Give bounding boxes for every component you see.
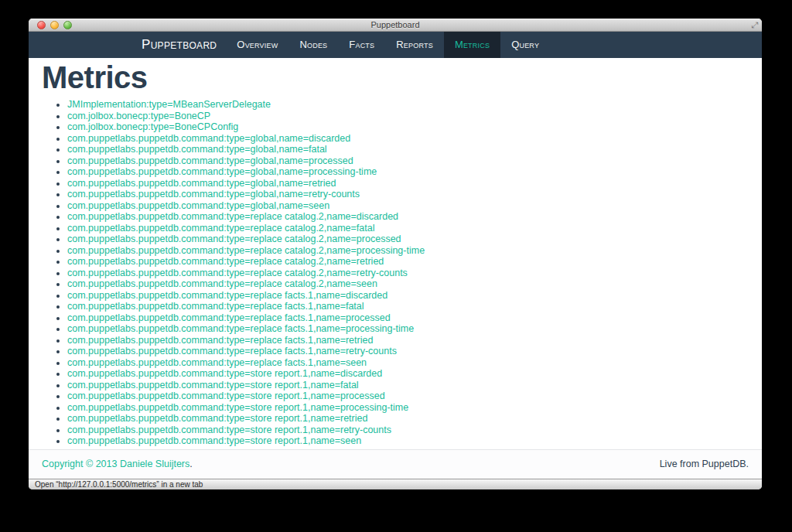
metric-link[interactable]: com.puppetlabs.puppetdb.command:type=glo… (67, 189, 360, 200)
main-navbar: Puppetboard Overview Nodes Facts Reports… (29, 32, 762, 58)
metric-link[interactable]: com.puppetlabs.puppetdb.command:type=sto… (67, 413, 367, 424)
metric-list-item: JMImplementation:type=MBeanServerDelegat… (67, 99, 749, 111)
metric-list-item: com.puppetlabs.puppetdb.command:type=glo… (67, 155, 749, 167)
author-link[interactable]: Daniele Sluijters (120, 459, 189, 469)
metric-link[interactable]: com.puppetlabs.puppetdb.command:type=rep… (67, 323, 414, 334)
metric-link[interactable]: com.puppetlabs.puppetdb.command:type=rep… (67, 268, 408, 278)
metric-link[interactable]: com.puppetlabs.puppetdb.command:type=rep… (67, 278, 377, 289)
metric-list-item: com.puppetlabs.puppetdb.command:type=glo… (67, 144, 749, 155)
metric-link[interactable]: com.puppetlabs.puppetdb.command:type=rep… (67, 245, 425, 256)
metric-list-item: com.puppetlabs.puppetdb.command:type=rep… (67, 256, 749, 268)
metric-list-item: com.puppetlabs.puppetdb.command:type=rep… (67, 335, 749, 346)
metric-link[interactable]: com.puppetlabs.puppetdb.command:type=glo… (67, 178, 336, 189)
window-title: Puppetboard (29, 20, 762, 29)
metric-link[interactable]: com.puppetlabs.puppetdb.command:type=glo… (67, 144, 327, 155)
metric-link[interactable]: com.puppetlabs.puppetdb.command:type=rep… (67, 256, 384, 267)
metric-list-item: com.puppetlabs.puppetdb.command:type=rep… (67, 223, 749, 234)
metric-link[interactable]: com.puppetlabs.puppetdb.command:type=sto… (67, 368, 382, 379)
page-title: Metrics (42, 62, 749, 93)
metrics-page: Metrics JMImplementation:type=MBeanServe… (29, 58, 762, 447)
metric-list-item: com.puppetlabs.puppetdb.command:type=glo… (67, 189, 749, 200)
metric-list-item: com.puppetlabs.puppetdb.command:type=glo… (67, 166, 749, 178)
metric-link[interactable]: com.jolbox.bonecp:type=BoneCP (67, 111, 210, 121)
metric-list-item: com.puppetlabs.puppetdb.command:type=rep… (67, 346, 749, 357)
metric-list-item: com.jolbox.bonecp:type=BoneCPConfig (67, 121, 749, 133)
navbar-brand[interactable]: Puppetboard (142, 32, 226, 58)
traffic-lights (37, 21, 72, 29)
metric-link[interactable]: com.puppetlabs.puppetdb.command:type=rep… (67, 346, 397, 356)
metric-list-item: com.puppetlabs.puppetdb.command:type=rep… (67, 278, 749, 290)
metric-link[interactable]: com.puppetlabs.puppetdb.command:type=rep… (67, 234, 401, 244)
metric-list-item: com.puppetlabs.puppetdb.command:type=rep… (67, 290, 749, 302)
live-from-text: Live from PuppetDB. (660, 459, 749, 469)
metric-list-item: com.puppetlabs.puppetdb.command:type=sto… (67, 402, 749, 414)
metric-list-item: com.puppetlabs.puppetdb.command:type=sto… (67, 390, 749, 402)
footer: Copyright © 2013 Daniele Sluijters. Live… (29, 449, 762, 479)
nav-item-facts[interactable]: Facts (338, 32, 385, 58)
metric-link[interactable]: com.puppetlabs.puppetdb.command:type=sto… (67, 402, 408, 413)
browser-status-bar: Open “http://127.0.0.1:5000/metrics” in … (29, 479, 762, 489)
zoom-button[interactable] (63, 21, 72, 29)
nav-item-reports[interactable]: Reports (385, 32, 444, 58)
metric-link[interactable]: com.puppetlabs.puppetdb.command:type=rep… (67, 312, 391, 323)
resize-icon[interactable]: ⤢ (751, 19, 758, 31)
copyright: Copyright © 2013 Daniele Sluijters. (42, 459, 193, 469)
metric-list-item: com.puppetlabs.puppetdb.command:type=rep… (67, 357, 749, 369)
metric-link[interactable]: com.puppetlabs.puppetdb.command:type=glo… (67, 200, 329, 211)
metric-list-item: com.puppetlabs.puppetdb.command:type=glo… (67, 178, 749, 189)
metric-link[interactable]: com.puppetlabs.puppetdb.command:type=rep… (67, 335, 373, 346)
metric-list-item: com.puppetlabs.puppetdb.command:type=rep… (67, 312, 749, 324)
metric-list-item: com.puppetlabs.puppetdb.command:type=rep… (67, 245, 749, 257)
metric-link[interactable]: JMImplementation:type=MBeanServerDelegat… (67, 99, 271, 110)
metric-link[interactable]: com.puppetlabs.puppetdb.command:type=rep… (67, 290, 387, 301)
metric-link[interactable]: com.jolbox.bonecp:type=BoneCPConfig (67, 121, 238, 132)
metric-list-item: com.puppetlabs.puppetdb.command:type=sto… (67, 380, 749, 391)
metric-list-item: com.puppetlabs.puppetdb.command:type=rep… (67, 268, 749, 279)
app-window: Puppetboard ⤢ Puppetboard Overview Nodes… (29, 19, 762, 489)
metrics-list: JMImplementation:type=MBeanServerDelegat… (42, 99, 749, 447)
metric-list-item: com.puppetlabs.puppetdb.command:type=glo… (67, 133, 749, 145)
metric-link[interactable]: com.puppetlabs.puppetdb.command:type=glo… (67, 166, 377, 177)
copyright-period: . (189, 459, 192, 469)
metric-link[interactable]: com.puppetlabs.puppetdb.command:type=rep… (67, 301, 364, 312)
copyright-text: Copyright © 2013 (42, 459, 117, 469)
metric-link[interactable]: com.puppetlabs.puppetdb.command:type=rep… (67, 357, 367, 368)
close-button[interactable] (37, 21, 46, 29)
metric-list-item: com.puppetlabs.puppetdb.command:type=rep… (67, 323, 749, 335)
metric-link[interactable]: com.puppetlabs.puppetdb.command:type=rep… (67, 223, 375, 234)
metric-list-item: com.jolbox.bonecp:type=BoneCP (67, 111, 749, 122)
nav-item-metrics[interactable]: Metrics (444, 32, 500, 58)
minimize-button[interactable] (50, 21, 59, 29)
metric-link[interactable]: com.puppetlabs.puppetdb.command:type=glo… (67, 155, 353, 166)
metric-list-item: com.puppetlabs.puppetdb.command:type=sto… (67, 368, 749, 380)
metric-list-item: com.puppetlabs.puppetdb.command:type=sto… (67, 435, 749, 447)
status-text: Open “http://127.0.0.1:5000/metrics” in … (35, 480, 203, 489)
page-body: Metrics JMImplementation:type=MBeanServe… (29, 58, 762, 479)
window-titlebar[interactable]: Puppetboard ⤢ (29, 19, 762, 32)
metric-link[interactable]: com.puppetlabs.puppetdb.command:type=glo… (67, 133, 350, 144)
nav-item-overview[interactable]: Overview (226, 32, 288, 58)
metric-list-item: com.puppetlabs.puppetdb.command:type=rep… (67, 211, 749, 223)
nav-item-nodes[interactable]: Nodes (288, 32, 338, 58)
metric-link[interactable]: com.puppetlabs.puppetdb.command:type=sto… (67, 390, 385, 401)
metric-list-item: com.puppetlabs.puppetdb.command:type=sto… (67, 413, 749, 425)
metric-link[interactable]: com.puppetlabs.puppetdb.command:type=sto… (67, 380, 359, 390)
metric-link[interactable]: com.puppetlabs.puppetdb.command:type=sto… (67, 435, 361, 446)
metric-list-item: com.puppetlabs.puppetdb.command:type=sto… (67, 425, 749, 436)
metric-link[interactable]: com.puppetlabs.puppetdb.command:type=sto… (67, 425, 391, 435)
metric-list-item: com.puppetlabs.puppetdb.command:type=rep… (67, 301, 749, 312)
metric-list-item: com.puppetlabs.puppetdb.command:type=glo… (67, 200, 749, 212)
metric-list-item: com.puppetlabs.puppetdb.command:type=rep… (67, 234, 749, 245)
nav-item-query[interactable]: Query (500, 32, 550, 58)
metric-link[interactable]: com.puppetlabs.puppetdb.command:type=rep… (67, 211, 398, 222)
